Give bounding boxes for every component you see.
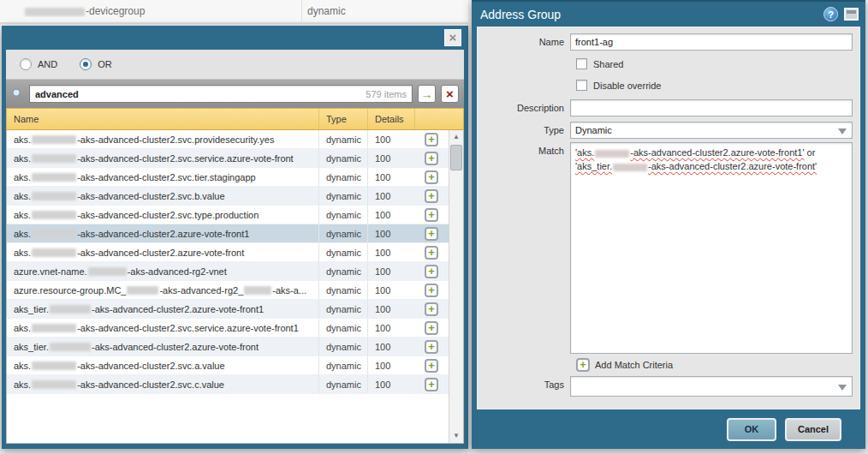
table-row[interactable]: azure.vnet-name.-aks-advanced-rg2-vnetdy… xyxy=(7,262,463,281)
logic-operator-bar: AND OR xyxy=(6,50,464,79)
address-group-dialog: Address Group ? Name Shared Disable over… xyxy=(472,0,865,449)
add-row-button[interactable]: + xyxy=(425,189,438,203)
cancel-button[interactable]: Cancel xyxy=(785,418,841,441)
table-row[interactable]: aks.-aks-advanced-cluster2.svc.b.valuedy… xyxy=(7,187,463,206)
table-row[interactable]: azure.resource-group.MC_-aks-advanced-rg… xyxy=(7,281,463,300)
add-row-button[interactable]: + xyxy=(425,321,438,335)
table-row[interactable]: aks.-aks-advanced-cluster2.azure-vote-fr… xyxy=(7,243,463,262)
add-row-button[interactable]: + xyxy=(425,246,438,260)
row-details: 100 xyxy=(367,187,414,205)
search-results-count: 579 items xyxy=(366,89,407,99)
row-details: 100 xyxy=(367,224,414,242)
add-row-button[interactable]: + xyxy=(425,359,438,373)
tags-dropdown[interactable] xyxy=(570,376,853,397)
row-name: aks.-aks-advanced-cluster2.svc.type.prod… xyxy=(7,206,318,224)
address-group-form: Name Shared Disable override Description… xyxy=(477,27,860,409)
table-row[interactable]: aks.-aks-advanced-cluster2.svc.providese… xyxy=(7,130,463,149)
row-type: dynamic xyxy=(318,375,367,393)
row-name: aks_tier.-aks-advanced-cluster2.azure-vo… xyxy=(7,300,318,318)
table-row[interactable]: aks.-aks-advanced-cluster2.svc.type.prod… xyxy=(7,206,463,224)
dock-window-icon[interactable] xyxy=(844,8,859,21)
row-name: aks.-aks-advanced-cluster2.svc.a.value xyxy=(7,356,318,374)
row-name: azure.vnet-name.-aks-advanced-rg2-vnet xyxy=(7,262,318,280)
row-name: aks.-aks-advanced-cluster2.azure-vote-fr… xyxy=(7,224,318,242)
add-match-criteria-label: Add Match Criteria xyxy=(595,360,673,370)
table-row[interactable]: aks.-aks-advanced-cluster2.azure-vote-fr… xyxy=(7,224,463,243)
add-row-button[interactable]: + xyxy=(425,265,438,278)
radio-or[interactable] xyxy=(80,58,92,70)
search-bar: advanced 579 items → × xyxy=(6,79,464,108)
table-row[interactable]: aks.-aks-advanced-cluster2.svc.service.a… xyxy=(7,149,463,168)
add-row-button[interactable]: + xyxy=(425,208,438,222)
background-table-row[interactable]: -devicegroup dynamic xyxy=(0,0,468,24)
help-icon[interactable]: ? xyxy=(823,7,838,21)
row-details: 100 xyxy=(367,338,414,355)
row-type: dynamic xyxy=(318,168,367,186)
add-row-button[interactable]: + xyxy=(425,152,438,165)
row-type: dynamic xyxy=(318,130,367,148)
add-row-button[interactable]: + xyxy=(425,133,438,146)
table-row[interactable]: aks.-aks-advanced-cluster2.svc.tier.stag… xyxy=(7,168,463,187)
row-details: 100 xyxy=(367,319,414,337)
results-rows: aks.-aks-advanced-cluster2.svc.providese… xyxy=(7,130,463,394)
add-row-button[interactable]: + xyxy=(425,378,438,391)
row-type: dynamic xyxy=(318,224,367,242)
description-label: Description xyxy=(478,99,570,113)
close-icon[interactable]: × xyxy=(444,29,461,46)
add-row-button[interactable]: + xyxy=(425,284,438,297)
results-table-header: Name Type Details xyxy=(6,108,464,130)
scroll-up-icon[interactable]: ▲ xyxy=(449,130,463,144)
match-label: Match xyxy=(478,142,570,156)
add-row-button[interactable]: + xyxy=(425,170,438,184)
description-field[interactable] xyxy=(570,99,853,116)
row-name: aks_tier.-aks-advanced-cluster2.azure-vo… xyxy=(7,338,318,355)
name-field[interactable] xyxy=(570,33,853,51)
vertical-scrollbar[interactable]: ▲ ▼ xyxy=(449,130,463,443)
scroll-down-icon[interactable]: ▼ xyxy=(449,429,463,443)
background-type-cell: dynamic xyxy=(301,0,468,22)
row-details: 100 xyxy=(367,206,414,224)
background-devicegroup-cell: -devicegroup xyxy=(0,5,301,17)
plus-icon: + xyxy=(576,358,590,372)
row-type: dynamic xyxy=(318,243,367,261)
search-submit-button[interactable]: → xyxy=(418,85,436,103)
add-row-button[interactable]: + xyxy=(425,340,438,354)
address-group-header: Address Group ? xyxy=(472,2,865,27)
row-details: 100 xyxy=(367,243,414,261)
row-details: 100 xyxy=(367,149,414,167)
type-dropdown[interactable]: Dynamic xyxy=(570,122,853,139)
row-details: 100 xyxy=(367,356,414,374)
row-name: aks.-aks-advanced-cluster2.svc.service.a… xyxy=(7,149,318,167)
disable-override-checkbox[interactable] xyxy=(576,80,587,91)
add-row-button[interactable]: + xyxy=(425,302,438,316)
type-value: Dynamic xyxy=(575,125,612,135)
scrollbar-thumb[interactable] xyxy=(450,145,462,170)
picker-dialog-body: AND OR advanced 579 items → × Name Type … xyxy=(6,50,464,444)
shared-checkbox[interactable] xyxy=(576,58,587,69)
match-input[interactable]: 'aks.-aks-advanced-cluster2.azure-vote-f… xyxy=(570,142,853,354)
row-details: 100 xyxy=(367,375,414,393)
column-header-details[interactable]: Details xyxy=(367,109,414,129)
table-row[interactable]: aks.-aks-advanced-cluster2.svc.a.valuedy… xyxy=(7,356,463,375)
search-input[interactable]: advanced 579 items xyxy=(29,85,413,103)
row-details: 100 xyxy=(367,130,414,148)
table-row[interactable]: aks.-aks-advanced-cluster2.svc.service.a… xyxy=(7,319,463,338)
row-details: 100 xyxy=(367,262,414,280)
and-radio-group[interactable]: AND xyxy=(20,58,57,70)
search-value: advanced xyxy=(35,89,79,99)
add-row-button[interactable]: + xyxy=(425,227,438,241)
or-radio-group[interactable]: OR xyxy=(80,58,112,70)
table-row[interactable]: aks_tier.-aks-advanced-cluster2.azure-vo… xyxy=(7,300,463,319)
arrow-right-icon: → xyxy=(421,88,433,100)
clear-x-icon: × xyxy=(446,87,454,100)
radio-and[interactable] xyxy=(20,58,32,70)
table-row[interactable]: aks_tier.-aks-advanced-cluster2.azure-vo… xyxy=(7,338,463,356)
column-header-name[interactable]: Name xyxy=(7,109,318,129)
dialog-footer: OK Cancel xyxy=(472,409,865,449)
ok-button[interactable]: OK xyxy=(727,418,776,441)
search-clear-button[interactable]: × xyxy=(441,85,459,103)
picker-dialog-header: × xyxy=(2,26,468,50)
column-header-type[interactable]: Type xyxy=(318,109,367,129)
table-row[interactable]: aks.-aks-advanced-cluster2.svc.c.valuedy… xyxy=(7,375,463,394)
add-match-criteria-button[interactable]: + Add Match Criteria xyxy=(576,358,853,372)
